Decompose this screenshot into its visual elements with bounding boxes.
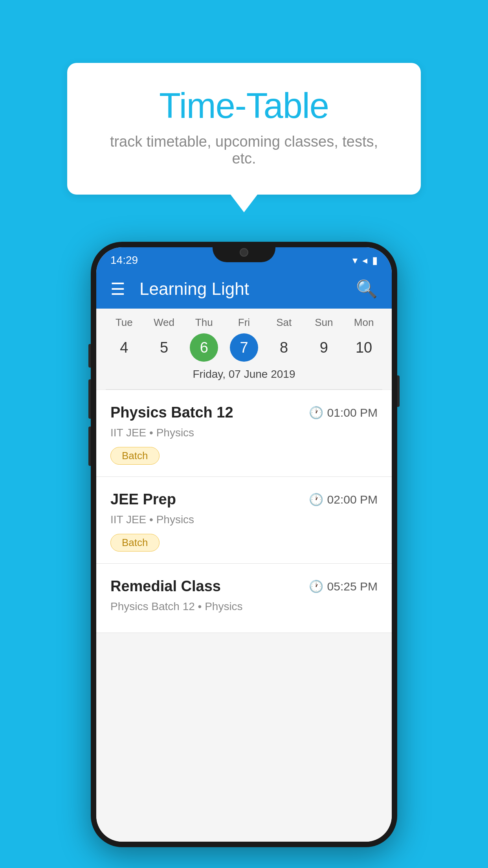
- class-item[interactable]: Remedial Class🕐05:25 PMPhysics Batch 12 …: [96, 564, 392, 633]
- battery-icon: ▮: [372, 254, 378, 267]
- clock-icon: 🕐: [309, 579, 323, 593]
- status-time: 14:29: [110, 254, 138, 267]
- class-item[interactable]: Physics Batch 12🕐01:00 PMIIT JEE • Physi…: [96, 390, 392, 477]
- day-label: Mon: [354, 316, 374, 329]
- day-label: Wed: [154, 316, 174, 329]
- front-camera: [240, 248, 248, 257]
- class-meta: IIT JEE • Physics: [110, 427, 378, 439]
- day-number[interactable]: 9: [310, 333, 338, 362]
- class-item[interactable]: JEE Prep🕐02:00 PMIIT JEE • PhysicsBatch: [96, 477, 392, 564]
- class-header: Remedial Class🕐05:25 PM: [110, 578, 378, 595]
- day-col[interactable]: Sun9: [306, 316, 341, 362]
- day-col[interactable]: Sat8: [266, 316, 302, 362]
- class-header: JEE Prep🕐02:00 PM: [110, 491, 378, 508]
- clock-icon: 🕐: [309, 493, 323, 506]
- bubble-title: Time-Table: [99, 86, 389, 125]
- day-label: Tue: [116, 316, 133, 329]
- class-header: Physics Batch 12🕐01:00 PM: [110, 404, 378, 421]
- day-col[interactable]: Wed5: [147, 316, 182, 362]
- day-number[interactable]: 5: [150, 333, 178, 362]
- class-meta: IIT JEE • Physics: [110, 513, 378, 526]
- day-number[interactable]: 6: [190, 333, 218, 362]
- class-name: Physics Batch 12: [110, 404, 233, 421]
- time-text: 02:00 PM: [327, 493, 378, 506]
- day-col[interactable]: Mon10: [346, 316, 382, 362]
- days-row: Tue4Wed5Thu6Fri7Sat8Sun9Mon10: [96, 316, 392, 362]
- day-number[interactable]: 4: [110, 333, 138, 362]
- class-time: 🕐01:00 PM: [309, 406, 378, 419]
- day-number[interactable]: 7: [230, 333, 258, 362]
- calendar-section: Tue4Wed5Thu6Fri7Sat8Sun9Mon10 Friday, 07…: [96, 309, 392, 389]
- class-name: Remedial Class: [110, 578, 221, 595]
- hamburger-icon[interactable]: ☰: [110, 280, 125, 299]
- scroll-content[interactable]: Physics Batch 12🕐01:00 PMIIT JEE • Physi…: [96, 390, 392, 842]
- class-time: 🕐05:25 PM: [309, 579, 378, 593]
- time-text: 05:25 PM: [327, 580, 378, 593]
- class-meta: Physics Batch 12 • Physics: [110, 600, 378, 613]
- app-title: Learning Light: [139, 279, 356, 299]
- day-label: Fri: [238, 316, 250, 329]
- phone-screen: 14:29 ▾ ◂ ▮ ☰ Learning Light 🔍 Tue4Wed5T…: [96, 247, 392, 842]
- class-time: 🕐02:00 PM: [309, 493, 378, 506]
- day-number[interactable]: 10: [350, 333, 378, 362]
- phone-notch: [213, 242, 275, 262]
- day-label: Sat: [276, 316, 292, 329]
- day-col[interactable]: Tue4: [106, 316, 142, 362]
- selected-date-label: Friday, 07 June 2019: [96, 362, 392, 385]
- batch-badge: Batch: [110, 534, 160, 552]
- day-col[interactable]: Fri7: [226, 316, 262, 362]
- app-header: ☰ Learning Light 🔍: [96, 269, 392, 309]
- bubble-subtitle: track timetable, upcoming classes, tests…: [99, 133, 389, 167]
- time-text: 01:00 PM: [327, 406, 378, 419]
- search-icon[interactable]: 🔍: [356, 279, 378, 299]
- day-col[interactable]: Thu6: [186, 316, 222, 362]
- clock-icon: 🕐: [309, 406, 323, 419]
- phone-mockup: 14:29 ▾ ◂ ▮ ☰ Learning Light 🔍 Tue4Wed5T…: [91, 242, 397, 847]
- day-label: Sun: [315, 316, 333, 329]
- phone-frame: 14:29 ▾ ◂ ▮ ☰ Learning Light 🔍 Tue4Wed5T…: [91, 242, 397, 847]
- wifi-icon: ▾: [352, 254, 358, 267]
- class-name: JEE Prep: [110, 491, 176, 508]
- speech-bubble: Time-Table track timetable, upcoming cla…: [67, 63, 421, 195]
- batch-badge: Batch: [110, 447, 160, 465]
- day-number[interactable]: 8: [270, 333, 298, 362]
- status-icons: ▾ ◂ ▮: [352, 254, 378, 267]
- day-label: Thu: [195, 316, 213, 329]
- signal-icon: ◂: [362, 254, 367, 267]
